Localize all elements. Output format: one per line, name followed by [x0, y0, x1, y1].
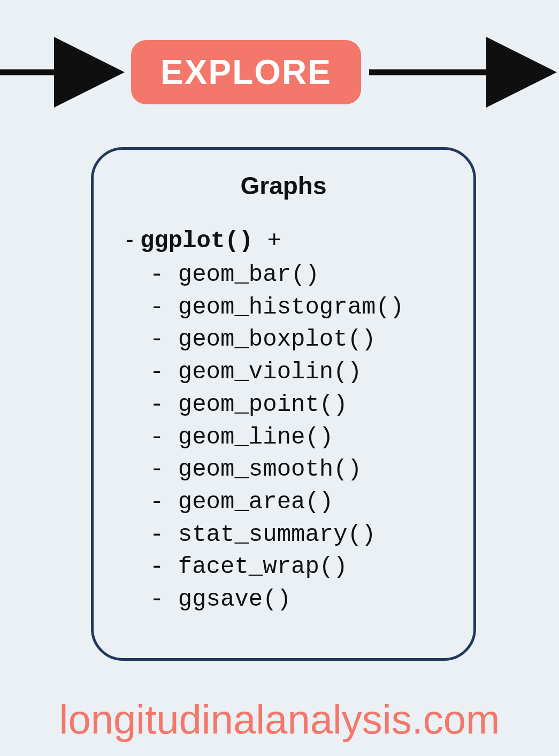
function-item: - geom_area(): [150, 486, 447, 518]
main-function: ggplot(): [140, 227, 253, 254]
function-item: - geom_bar(): [150, 258, 447, 291]
function-item: - geom_violin(): [150, 356, 447, 388]
footer-link: longitudinalanalysis.com: [0, 696, 559, 743]
main-suffix: +: [253, 227, 281, 254]
stage-badge-explore: EXPLORE: [131, 40, 361, 104]
function-item: - geom_boxplot(): [150, 323, 447, 356]
function-item: - stat_summary(): [150, 518, 447, 551]
function-item: - ggsave(): [150, 583, 447, 616]
main-function-line: - ggplot() +: [126, 226, 447, 254]
function-item: - geom_line(): [150, 421, 447, 454]
function-item: - facet_wrap(): [150, 551, 447, 583]
function-item: - geom_histogram(): [150, 291, 447, 324]
card-title: Graphs: [120, 171, 447, 200]
graphs-card: Graphs - ggplot() + - geom_bar()- geom_h…: [91, 147, 476, 661]
function-list: - geom_bar()- geom_histogram()- geom_box…: [150, 258, 447, 616]
function-item: - geom_point(): [150, 388, 447, 421]
stage-badge-label: EXPLORE: [160, 52, 332, 92]
function-item: - geom_smooth(): [150, 453, 447, 486]
